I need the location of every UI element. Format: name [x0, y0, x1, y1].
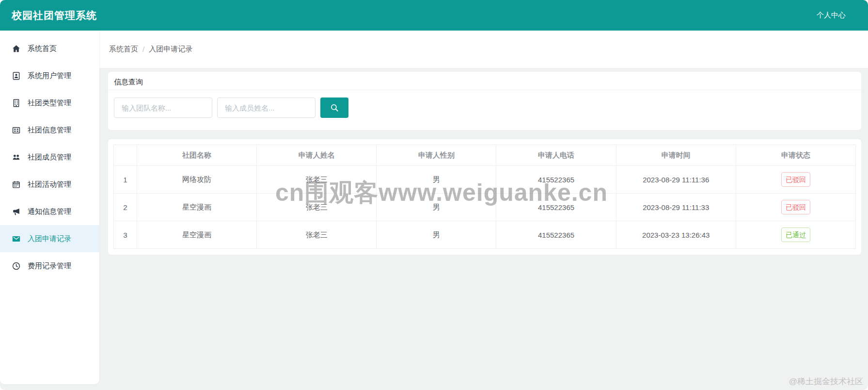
- sidebar-item-label: 费用记录管理: [28, 261, 71, 271]
- cell-gender: 男: [377, 221, 496, 249]
- sidebar-item-club-types[interactable]: 社团类型管理: [0, 89, 99, 116]
- sidebar-item-label: 通知信息管理: [28, 207, 71, 216]
- sidebar-item-label: 系统用户管理: [28, 71, 71, 81]
- breadcrumb-separator: /: [142, 45, 144, 53]
- query-panel: 信息查询: [108, 72, 861, 130]
- sidebar-item-label: 系统首页: [28, 44, 57, 53]
- sidebar-item-club-info[interactable]: 社团信息管理: [0, 116, 99, 144]
- users-icon: [12, 153, 20, 162]
- cell-phone: 415522365: [496, 194, 616, 221]
- cell-club-name: 星空漫画: [137, 221, 257, 249]
- cell-gender: 男: [377, 194, 496, 221]
- table-row: 3星空漫画张老三男4155223652023-03-23 13:26:43已通过: [114, 221, 856, 249]
- cell-time: 2023-03-23 13:26:43: [616, 221, 736, 249]
- team-name-input[interactable]: [114, 98, 212, 118]
- home-icon: [12, 45, 20, 53]
- cell-applicant: 张老三: [257, 221, 377, 249]
- cell-club-name: 星空漫画: [137, 194, 257, 221]
- sidebar-item-label: 入团申请记录: [28, 234, 71, 244]
- status-badge: 已通过: [781, 228, 810, 242]
- sidebar-item-home[interactable]: 系统首页: [0, 35, 99, 62]
- column-header: 申请时间: [616, 145, 736, 166]
- sidebar-item-fee-records[interactable]: 费用记录管理: [0, 252, 99, 279]
- search-button[interactable]: [320, 98, 348, 118]
- column-header: 申请人姓名: [257, 145, 377, 166]
- table-row: 1网络攻防张老三男4155223652023-08-29 11:11:36已驳回: [114, 166, 856, 194]
- sidebar-item-label: 社团成员管理: [28, 153, 71, 162]
- sidebar-item-system-users[interactable]: 系统用户管理: [0, 62, 99, 89]
- app-window: 校园社团管理系统 个人中心 系统首页系统用户管理社团类型管理社团信息管理社团成员…: [0, 0, 868, 390]
- sidebar-item-label: 社团信息管理: [28, 126, 71, 135]
- cell-index: 3: [114, 221, 137, 249]
- sidebar-item-label: 社团类型管理: [28, 98, 71, 108]
- search-icon: [330, 103, 339, 112]
- sidebar-item-club-activities[interactable]: 社团活动管理: [0, 171, 99, 198]
- sidebar-item-label: 社团活动管理: [28, 180, 71, 189]
- megaphone-icon: [12, 208, 20, 216]
- status-badge: 已驳回: [781, 200, 810, 214]
- records-table-card: 社团名称申请人姓名申请人性别申请人电话申请时间申请状态 1网络攻防张老三男415…: [108, 139, 861, 255]
- query-panel-title: 信息查询: [108, 72, 861, 90]
- status-badge: 已驳回: [781, 172, 810, 187]
- cell-time: 2023-08-29 11:11:33: [616, 194, 736, 221]
- table-header-row: 社团名称申请人姓名申请人性别申请人电话申请时间申请状态: [114, 145, 856, 166]
- app-title: 校园社团管理系统: [12, 9, 97, 22]
- records-table: 社团名称申请人姓名申请人性别申请人电话申请时间申请状态 1网络攻防张老三男415…: [113, 145, 856, 249]
- sidebar: 系统首页系统用户管理社团类型管理社团信息管理社团成员管理社团活动管理通知信息管理…: [0, 31, 99, 384]
- member-name-input[interactable]: [217, 98, 316, 118]
- column-header: 申请人电话: [496, 145, 616, 166]
- user-card-icon: [12, 72, 20, 80]
- sidebar-item-notices[interactable]: 通知信息管理: [0, 198, 99, 225]
- clock-icon: [12, 262, 20, 270]
- breadcrumb-home[interactable]: 系统首页: [109, 45, 138, 54]
- user-center-link[interactable]: 个人中心: [817, 11, 846, 20]
- breadcrumb: 系统首页/入团申请记录: [99, 31, 868, 68]
- topbar: 校园社团管理系统 个人中心: [0, 0, 868, 31]
- query-row: [108, 90, 861, 118]
- cell-applicant: 张老三: [257, 166, 377, 194]
- envelope-icon: [12, 235, 20, 243]
- content-body: 信息查询 社团名称申请人姓名申请人: [99, 68, 868, 255]
- building-icon: [12, 99, 20, 107]
- sidebar-item-join-applications[interactable]: 入团申请记录: [0, 225, 99, 252]
- cell-status: 已驳回: [736, 194, 855, 221]
- sidebar-item-club-members[interactable]: 社团成员管理: [0, 144, 99, 171]
- table-row: 2星空漫画张老三男4155223652023-08-29 11:11:33已驳回: [114, 194, 856, 221]
- column-header: 社团名称: [137, 145, 257, 166]
- column-header: 申请状态: [736, 145, 855, 166]
- calendar-icon: [12, 180, 20, 189]
- cell-status: 已驳回: [736, 166, 855, 194]
- cell-index: 1: [114, 166, 137, 194]
- cell-phone: 415522365: [496, 166, 616, 194]
- cell-applicant: 张老三: [257, 194, 377, 221]
- content-area: 系统首页/入团申请记录 信息查询: [99, 31, 868, 390]
- cell-time: 2023-08-29 11:11:36: [616, 166, 736, 194]
- cell-club-name: 网络攻防: [137, 166, 257, 194]
- main-layout: 系统首页系统用户管理社团类型管理社团信息管理社团成员管理社团活动管理通知信息管理…: [0, 31, 868, 390]
- breadcrumb-current: 入团申请记录: [149, 45, 192, 54]
- column-header: 申请人性别: [377, 145, 496, 166]
- grid-card-icon: [12, 126, 20, 134]
- cell-index: 2: [114, 194, 137, 221]
- cell-gender: 男: [377, 166, 496, 194]
- column-header: [114, 145, 137, 166]
- cell-status: 已通过: [736, 221, 855, 249]
- cell-phone: 415522365: [496, 221, 616, 249]
